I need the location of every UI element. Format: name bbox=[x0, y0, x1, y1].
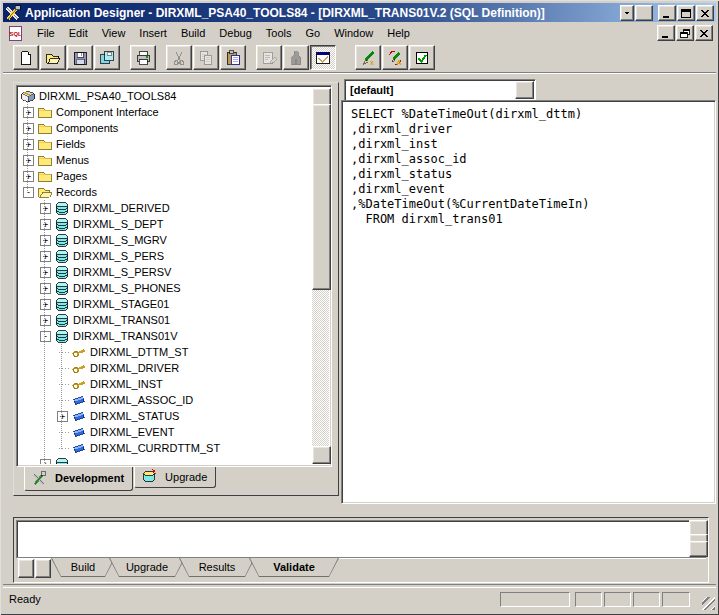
tab-scroll-right-button[interactable] bbox=[35, 559, 51, 578]
tree-item-dirxml_derived[interactable]: +DIRXML_DERIVED bbox=[19, 200, 312, 216]
edit-sql-button[interactable]: x bbox=[355, 45, 381, 70]
copy-button[interactable] bbox=[193, 45, 219, 70]
workspace-tab-development[interactable]: Development bbox=[24, 467, 133, 491]
key-icon bbox=[71, 344, 88, 360]
output-tab-validate[interactable]: Validate bbox=[249, 558, 339, 577]
output-tab-build[interactable]: Build bbox=[51, 558, 115, 577]
minimize-icon bbox=[661, 29, 671, 38]
output-tab-upgrade[interactable]: Upgrade bbox=[109, 558, 185, 577]
print-button[interactable] bbox=[130, 45, 156, 70]
open-button[interactable] bbox=[40, 45, 66, 70]
close-icon bbox=[699, 29, 709, 38]
tree-item-pages[interactable]: +Pages bbox=[19, 168, 312, 184]
tree-item-fields[interactable]: +Fields bbox=[19, 136, 312, 152]
definition-references-button[interactable] bbox=[283, 45, 309, 70]
record-icon bbox=[54, 280, 71, 296]
menu-file[interactable]: File bbox=[30, 24, 62, 42]
output-tab-results[interactable]: Results bbox=[179, 558, 255, 577]
sql-editor-text[interactable]: SELECT %DateTimeOut(dirxml_dttm) ,dirxml… bbox=[344, 103, 713, 501]
scroll-down-button[interactable] bbox=[689, 541, 708, 557]
tree-item-label: DIRXML_CURRDTTM_ST bbox=[88, 442, 222, 454]
properties-button[interactable] bbox=[256, 45, 282, 70]
title-bar[interactable]: Application Designer - DIRXML_PSA40_TOOL… bbox=[3, 3, 716, 22]
close-button[interactable] bbox=[696, 5, 714, 21]
cut-button[interactable] bbox=[166, 45, 192, 70]
tab-scroll-left-button[interactable] bbox=[18, 559, 34, 578]
child-minimize-button[interactable] bbox=[657, 25, 675, 41]
validate-check-icon bbox=[414, 50, 430, 66]
menu-debug[interactable]: Debug bbox=[212, 24, 258, 42]
minimize-button[interactable] bbox=[658, 5, 676, 21]
tree-item-component interface[interactable]: +Component Interface bbox=[19, 104, 312, 120]
tree-item-dirxml_trans01[interactable]: +DIRXML_TRANS01 bbox=[19, 312, 312, 328]
tree-item-label: DIRXML_DERIVED bbox=[71, 202, 172, 214]
tree-item-dirxml_trans01v[interactable]: -DIRXML_TRANS01V bbox=[19, 328, 312, 344]
record-icon bbox=[54, 200, 71, 216]
tree-item-dirxml_s_dept[interactable]: +DIRXML_S_DEPT bbox=[19, 216, 312, 232]
tree-item-dirxml_s_persv[interactable]: +DIRXML_S_PERSV bbox=[19, 264, 312, 280]
convert-sql-button[interactable]: A bbox=[382, 45, 408, 70]
folder-icon bbox=[37, 104, 54, 120]
tree-item-label: DIRXML_TRANS01V bbox=[71, 330, 180, 342]
titlebar-pattern-button[interactable] bbox=[635, 5, 653, 21]
menu-help[interactable]: Help bbox=[380, 24, 417, 42]
workspace-tab-upgrade[interactable]: Upgrade bbox=[134, 467, 216, 488]
combo-dropdown-button[interactable] bbox=[515, 81, 534, 99]
tree-item-menus[interactable]: +Menus bbox=[19, 152, 312, 168]
menu-build[interactable]: Build bbox=[174, 24, 212, 42]
tree-item-label: DIRXML_S_PERS bbox=[71, 250, 166, 262]
tree-item-dirxml_s_pers[interactable]: +DIRXML_S_PERS bbox=[19, 248, 312, 264]
tree-vertical-scrollbar[interactable] bbox=[312, 88, 329, 464]
sql-document-icon[interactable]: SQL bbox=[7, 25, 24, 42]
tree-item-label: Pages bbox=[54, 170, 89, 182]
output-content[interactable] bbox=[16, 520, 706, 559]
paste-button[interactable] bbox=[220, 45, 246, 70]
tree-item-label: Components bbox=[54, 122, 120, 134]
tree-item-label: DIRXML_DTTM_ST bbox=[88, 346, 190, 358]
workspace-tabs: DevelopmentUpgrade bbox=[16, 467, 217, 493]
tree-item-dirxml_s_phones[interactable]: +DIRXML_S_PHONES bbox=[19, 280, 312, 296]
tree-item-records[interactable]: -Records bbox=[19, 184, 312, 200]
menu-tools[interactable]: Tools bbox=[259, 24, 299, 42]
tree-item-label: DIRXML_S_MGRV bbox=[71, 234, 169, 246]
references-icon bbox=[288, 50, 304, 66]
menu-insert[interactable]: Insert bbox=[132, 24, 174, 42]
tree-item-dirxml_s_mgrv[interactable]: +DIRXML_S_MGRV bbox=[19, 232, 312, 248]
tree-item-label: Menus bbox=[54, 154, 91, 166]
tree-item-label: DIRXML_EVENT bbox=[88, 426, 176, 438]
project-tree[interactable]: DIRXML_PSA40_TOOLS84+Component Interface… bbox=[16, 85, 332, 467]
scroll-thumb[interactable] bbox=[312, 104, 331, 290]
save-all-button[interactable] bbox=[94, 45, 120, 70]
combo-selected-value: [default] bbox=[345, 84, 515, 96]
menu-bar: SQL FileEditViewInsertBuildDebugToolsGoW… bbox=[3, 23, 716, 43]
menu-go[interactable]: Go bbox=[298, 24, 327, 42]
upgrade-icon bbox=[141, 469, 161, 484]
sql-effective-type-combo[interactable]: [default] bbox=[344, 79, 536, 101]
titlebar-dropdown-button[interactable] bbox=[620, 5, 634, 21]
tree-item-components[interactable]: +Components bbox=[19, 120, 312, 136]
status-text: Ready bbox=[9, 593, 41, 605]
menu-window[interactable]: Window bbox=[327, 24, 380, 42]
validate-sql-button[interactable] bbox=[409, 45, 435, 70]
child-restore-button[interactable] bbox=[676, 25, 694, 41]
scroll-down-button[interactable] bbox=[312, 446, 331, 464]
menu-view[interactable]: View bbox=[95, 24, 133, 42]
tree-item-label: DIRXML_INST bbox=[88, 378, 165, 390]
print-icon bbox=[135, 50, 151, 66]
resize-grip[interactable] bbox=[702, 597, 715, 610]
maximize-button[interactable] bbox=[677, 5, 695, 21]
save-all-icon bbox=[99, 50, 115, 66]
record-icon bbox=[54, 296, 71, 312]
save-button[interactable] bbox=[67, 45, 93, 70]
output-vertical-scrollbar[interactable] bbox=[689, 520, 706, 557]
new-button[interactable] bbox=[13, 45, 39, 70]
open-folder-icon bbox=[45, 50, 61, 66]
tree-item-label: DIRXML_TRANS01 bbox=[71, 314, 172, 326]
tree-item-partial[interactable]: + bbox=[19, 456, 312, 464]
tree-item-dirxml_psa40_tools84[interactable]: DIRXML_PSA40_TOOLS84 bbox=[19, 88, 312, 104]
record-icon bbox=[54, 216, 71, 232]
menu-edit[interactable]: Edit bbox=[62, 24, 95, 42]
tree-item-dirxml_stage01[interactable]: +DIRXML_STAGE01 bbox=[19, 296, 312, 312]
project-workspace-button[interactable] bbox=[310, 45, 336, 70]
child-close-button[interactable] bbox=[695, 25, 713, 41]
